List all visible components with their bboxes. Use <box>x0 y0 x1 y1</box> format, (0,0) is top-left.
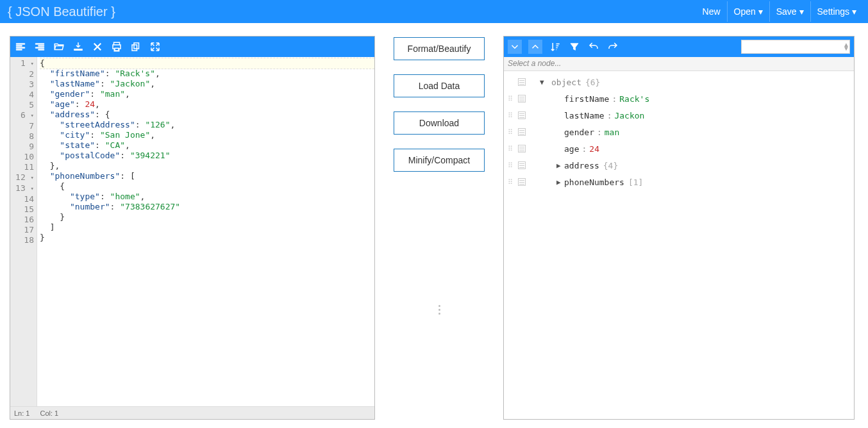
collapse-arrow-icon[interactable]: ▶ <box>556 161 564 170</box>
row-menu-icon[interactable] <box>518 145 526 152</box>
tree-key: firstName <box>564 94 609 104</box>
drag-handle-icon[interactable]: ⠿ <box>508 178 517 186</box>
minify-button[interactable]: Minify/Compact <box>394 149 485 172</box>
undo-icon[interactable] <box>587 40 600 53</box>
row-menu-icon[interactable] <box>518 128 526 136</box>
redo-icon[interactable] <box>606 40 619 53</box>
tree-value: man <box>605 128 619 137</box>
editor-panel: 1 ▾23456 ▾789101112 ▾13 ▾1415161718 { "f… <box>10 36 375 420</box>
menu-open[interactable]: Open ▾ <box>727 1 769 22</box>
tree-row[interactable]: ⠿gender:man <box>504 124 854 140</box>
tree-value: 24 <box>589 144 599 154</box>
tree-value: Rack's <box>619 94 649 104</box>
row-menu-icon[interactable] <box>518 178 526 186</box>
search-dropdown-icon[interactable]: ▲▼ <box>843 43 849 51</box>
row-menu-icon[interactable] <box>518 95 526 103</box>
drag-handle-icon[interactable]: ⠿ <box>508 111 517 120</box>
status-ln: Ln: 1 <box>14 409 29 417</box>
row-menu-icon[interactable] <box>518 111 526 119</box>
copy-icon[interactable] <box>129 40 142 53</box>
row-menu-icon[interactable] <box>518 161 526 169</box>
align-right-icon[interactable] <box>33 40 46 53</box>
load-button[interactable]: Load Data <box>394 74 485 97</box>
app-header: { JSON Beautifier } New Open ▾ Save ▾ Se… <box>0 0 868 23</box>
editor-toolbar <box>10 37 374 57</box>
tree-row[interactable]: ⠿▶address{4} <box>504 157 854 174</box>
fullscreen-icon[interactable] <box>149 40 162 53</box>
expand-down-icon[interactable] <box>508 40 522 54</box>
tree-key: gender <box>564 128 594 137</box>
tree-row[interactable]: ⠿age:24 <box>504 140 854 157</box>
tree-key: phoneNumbers <box>564 177 624 187</box>
tree-panel: ▲▼ Select a node... ▼object{6}⠿firstName… <box>503 36 855 420</box>
header-menu: New Open ▾ Save ▾ Settings ▾ <box>696 1 863 22</box>
line-gutter: 1 ▾23456 ▾789101112 ▾13 ▾1415161718 <box>10 57 37 406</box>
drag-handle-icon[interactable]: ⠿ <box>508 128 517 136</box>
tree-row[interactable]: ⠿lastName:Jackon <box>504 107 854 124</box>
sort-icon[interactable] <box>549 40 562 53</box>
tree-meta: {6} <box>585 78 600 87</box>
filter-icon[interactable] <box>568 40 581 53</box>
code-area[interactable]: { "firstName": "Rack's", "lastName": "Ja… <box>37 57 374 406</box>
format-button[interactable]: Format/Beautify <box>394 37 485 60</box>
collapse-arrow-icon[interactable]: ▶ <box>556 178 564 186</box>
status-col: Col: 1 <box>40 409 58 417</box>
menu-save[interactable]: Save ▾ <box>769 1 810 22</box>
resize-handle-icon[interactable] <box>438 305 440 315</box>
search-input[interactable] <box>747 42 843 51</box>
editor-statusbar: Ln: 1 Col: 1 <box>10 406 374 419</box>
tree-row[interactable]: ▼object{6} <box>504 74 854 90</box>
expand-arrow-icon[interactable]: ▼ <box>540 78 547 86</box>
tree-key: age <box>564 144 579 154</box>
download-icon[interactable] <box>72 40 85 53</box>
menu-settings[interactable]: Settings ▾ <box>810 1 863 22</box>
tree-meta: {4} <box>603 161 618 170</box>
code-editor[interactable]: 1 ▾23456 ▾789101112 ▾13 ▾1415161718 { "f… <box>10 57 374 406</box>
tree-key: lastName <box>564 111 605 120</box>
drag-handle-icon[interactable]: ⠿ <box>508 95 517 103</box>
tree-breadcrumb: Select a node... <box>504 57 854 71</box>
print-icon[interactable] <box>110 40 123 53</box>
tree-value: Jackon <box>614 111 644 120</box>
close-icon[interactable] <box>91 40 104 53</box>
align-left-icon[interactable] <box>14 40 27 53</box>
tree-toolbar: ▲▼ <box>504 37 854 57</box>
action-panel: Format/Beautify Load Data Download Minif… <box>375 36 503 420</box>
tree-view[interactable]: ▼object{6}⠿firstName:Rack's⠿lastName:Jac… <box>504 71 854 419</box>
tree-search[interactable]: ▲▼ <box>741 40 850 54</box>
app-title: { JSON Beautifier } <box>8 4 115 19</box>
collapse-up-icon[interactable] <box>528 40 542 54</box>
tree-meta: [1] <box>628 177 643 187</box>
tree-row[interactable]: ⠿▶phoneNumbers[1] <box>504 174 854 190</box>
tree-key: address <box>564 161 599 170</box>
folder-open-icon[interactable] <box>53 40 65 53</box>
drag-handle-icon[interactable]: ⠿ <box>508 161 517 170</box>
menu-new[interactable]: New <box>696 1 727 22</box>
tree-row[interactable]: ⠿firstName:Rack's <box>504 90 854 107</box>
row-menu-icon[interactable] <box>518 78 526 86</box>
drag-handle-icon[interactable]: ⠿ <box>508 145 517 153</box>
download-button[interactable]: Download <box>394 111 485 135</box>
